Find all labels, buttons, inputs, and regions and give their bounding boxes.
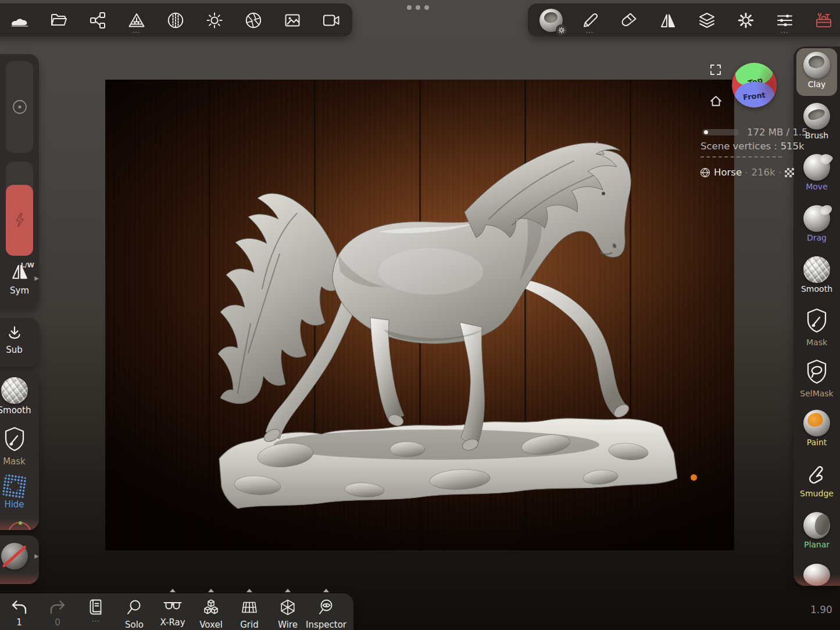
fullscreen-icon[interactable]	[710, 64, 721, 78]
top-right-toolbar: ······	[528, 3, 840, 37]
no-material-button[interactable]	[0, 535, 39, 570]
nomad-sculpt-app: { "app": { "version": "1.90" }, "top_lef…	[0, 0, 840, 630]
more-dots: ···	[133, 29, 141, 35]
left-smooth-tool[interactable]: Smooth	[0, 371, 39, 420]
camera-button[interactable]	[312, 3, 351, 37]
redo-button[interactable]: 0	[38, 593, 77, 630]
solo-toggle[interactable]: Solo	[115, 593, 153, 630]
xray-toggle-label: X-Ray	[160, 618, 185, 628]
smooth-tool-icon	[803, 256, 830, 283]
intensity-slider[interactable]	[6, 162, 33, 256]
layers-button[interactable]	[687, 3, 726, 37]
navigation-gizmo[interactable]: Top Front	[732, 63, 777, 108]
bake-button[interactable]: ···	[117, 3, 156, 37]
tool-label: Planar	[804, 540, 830, 549]
material-off-panel: ▶	[0, 535, 39, 584]
multitask-handle[interactable]	[407, 5, 429, 10]
share-nodes-icon	[89, 12, 106, 29]
voxel-button[interactable]: Voxel	[192, 593, 230, 630]
inspector-toggle[interactable]: Inspector	[307, 593, 345, 630]
viewport-canvas[interactable]	[105, 80, 734, 550]
symmetry-button[interactable]	[648, 3, 687, 37]
smudge-tool-icon	[805, 461, 829, 488]
grid-toggle[interactable]: Grid	[230, 593, 269, 630]
files-button[interactable]	[39, 3, 78, 37]
nomad-logo[interactable]	[0, 3, 39, 37]
export-button[interactable]	[78, 3, 117, 37]
toolbox-button[interactable]	[804, 3, 840, 37]
matcap-env-button[interactable]	[156, 3, 195, 37]
mirror-icon	[659, 12, 677, 29]
clay-tool[interactable]: Clay	[793, 46, 840, 98]
undo-button[interactable]: 1	[0, 593, 38, 630]
popup-caret-icon	[285, 589, 291, 592]
background-button[interactable]	[273, 3, 312, 37]
gear-icon	[737, 12, 755, 29]
tool-label: Smudge	[800, 489, 834, 498]
no-material-sphere-icon	[1, 543, 28, 570]
smooth-tool-icon	[1, 377, 28, 404]
video-camera-icon	[323, 12, 340, 29]
stroke-button[interactable]: ···	[570, 3, 609, 37]
xray-toggle[interactable]: X-Ray	[153, 593, 192, 630]
paintbrush-icon	[620, 12, 638, 29]
dot-separator: ·	[779, 168, 781, 177]
symmetry-mode-label: L/W	[21, 262, 34, 269]
mask-tool[interactable]: Mask	[793, 302, 840, 353]
history-button[interactable]: ···	[77, 593, 115, 630]
gear-badge-icon	[556, 24, 567, 35]
scene-vertices-text: Scene vertices：515k	[700, 140, 805, 153]
more-dots: ···	[781, 29, 789, 35]
smudge-tool[interactable]: Smudge	[793, 456, 840, 507]
object-info-row[interactable]: Horse · 216k ·	[700, 167, 794, 178]
sub-label: Sub	[6, 345, 23, 355]
radius-icon	[11, 98, 28, 116]
pencil-icon	[581, 12, 599, 29]
grid-icon	[241, 599, 258, 618]
mask-tool-icon	[805, 307, 829, 337]
next-partial-tool[interactable]	[793, 558, 840, 586]
stats-separator	[700, 156, 782, 158]
notebook-icon	[87, 599, 105, 616]
interface-button[interactable]: ···	[765, 3, 804, 37]
move-tool[interactable]: Move	[793, 149, 840, 200]
home-view-icon[interactable]	[709, 95, 723, 110]
drag-tool[interactable]: Drag	[793, 200, 840, 251]
voxel-cubes-icon	[202, 599, 220, 618]
grid-toggle-label: Grid	[240, 620, 258, 630]
tool-label: Brush	[805, 131, 828, 140]
sub-toggle[interactable]: Sub	[0, 318, 39, 355]
left-mask-tool[interactable]: Mask	[0, 420, 39, 469]
expand-arrow-icon[interactable]: ▶	[34, 275, 39, 281]
nomad-logo	[10, 13, 30, 28]
gizmo-peek-icon	[8, 522, 31, 530]
quick-tools-panel: SmoothMaskHide	[0, 371, 39, 530]
postprocess-button[interactable]	[234, 3, 273, 37]
painting-button[interactable]	[609, 3, 648, 37]
symmetry-toggle[interactable]: L/W ▶ Sym	[0, 262, 39, 296]
smooth-tool[interactable]: Smooth	[793, 251, 840, 302]
drag-tool-icon	[803, 205, 830, 232]
tool-label: Move	[806, 182, 828, 191]
intensity-fill	[6, 185, 33, 256]
tool-label: Drag	[807, 234, 827, 242]
horse-sculpture	[105, 80, 734, 550]
material-button[interactable]	[531, 3, 570, 37]
settings-button[interactable]	[726, 3, 765, 37]
magnifier-icon	[126, 599, 143, 618]
popup-caret-icon	[208, 589, 214, 592]
paint-tool[interactable]: Paint	[793, 405, 840, 456]
radius-slider[interactable]	[6, 61, 33, 153]
lighting-button[interactable]	[195, 3, 234, 37]
wire-toggle[interactable]: Wire	[269, 593, 307, 630]
tool-label: Paint	[807, 438, 827, 447]
sub-arrow-icon	[5, 325, 24, 342]
gem-icon	[700, 167, 710, 178]
tool-label: Mask	[806, 338, 827, 347]
planar-tool[interactable]: Planar	[793, 507, 840, 558]
selmask-tool[interactable]: SelMask	[793, 353, 840, 405]
more-dots: ···	[92, 620, 100, 624]
left-hide-tool[interactable]: Hide	[0, 469, 39, 518]
expand-arrow-icon[interactable]: ▶	[34, 553, 39, 559]
mask-tool-icon	[2, 426, 27, 455]
